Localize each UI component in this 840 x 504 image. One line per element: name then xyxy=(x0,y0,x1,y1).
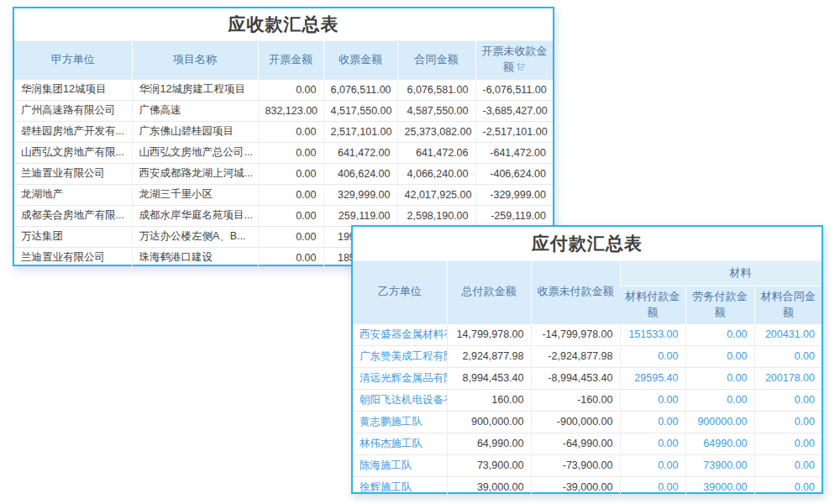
cell[interactable]: 0.00 xyxy=(685,345,754,367)
cell[interactable]: 0.00 xyxy=(754,389,822,411)
cell[interactable]: 64990.00 xyxy=(685,433,754,454)
cell: 华润集团12城项目 xyxy=(14,79,132,100)
cell[interactable]: 0.00 xyxy=(754,476,822,498)
column-header-party-b: 乙方单位 xyxy=(353,261,447,324)
cell: 广州高速路有限公司 xyxy=(14,100,132,121)
cell: -3,685,427.00 xyxy=(475,100,553,121)
column-header-material-payment: 材料付款金额 xyxy=(620,286,685,324)
table-row: 广州高速路有限公司广佛高速832,123.004,517,550.004,587… xyxy=(14,100,553,121)
cell: 2,598,190.00 xyxy=(397,205,475,226)
table-row: 徐辉施工队39,000.00-39,000.000.0039000.000.00 xyxy=(353,476,822,498)
cell: -160.00 xyxy=(531,389,620,411)
cell: 73,900.00 xyxy=(447,454,531,476)
cell[interactable]: 0.00 xyxy=(620,389,685,411)
cell: 龙湖三千里小区 xyxy=(132,184,258,205)
table-row: 陈海施工队73,900.00-73,900.000.0073900.000.00 xyxy=(353,454,822,476)
payable-header-group-row: 乙方单位 总付款金额 收票未付款金额 材料 xyxy=(353,261,822,286)
cell[interactable]: 清远光辉金属品有限 xyxy=(353,367,447,389)
cell: 4,587,550.00 xyxy=(397,100,475,121)
cell: 成都水岸华庭名苑项目... xyxy=(132,205,258,226)
cell: 广东佛山碧桂园项目 xyxy=(132,121,258,142)
cell: 4,517,550.00 xyxy=(323,100,397,121)
table-row: 西安盛器金属材料有14,799,978.00-14,799,978.001515… xyxy=(353,323,822,345)
cell: 2,517,101.00 xyxy=(323,121,397,142)
cell: 山西弘文房地产总公司... xyxy=(132,142,258,163)
cell: 832,123.00 xyxy=(258,100,323,121)
cell: -39,000.00 xyxy=(531,476,620,498)
cell: 碧桂园房地产开发有... xyxy=(14,121,132,142)
table-row: 兰迪置业有限公司西安成都路龙湖上河城...0.00406,624.004,066… xyxy=(14,163,553,184)
cell[interactable]: 0.00 xyxy=(620,454,685,476)
cell[interactable]: 林伟杰施工队 xyxy=(353,433,447,454)
cell: 641,472.00 xyxy=(323,142,397,163)
cell: 山西弘文房地产有限... xyxy=(14,142,132,163)
cell[interactable]: 200178.00 xyxy=(754,367,822,389)
table-row: 华润集团12城项目华润12城房建工程项目0.006,076,511.006,07… xyxy=(14,79,553,100)
cell[interactable]: 151533.00 xyxy=(620,323,685,345)
column-header-material-contract: 材料合同金额 xyxy=(754,286,822,324)
cell[interactable]: 0.00 xyxy=(754,454,822,476)
cell: 兰迪置业有限公司 xyxy=(14,247,132,268)
column-header-invoiced-unpaid-amount: 开票未收款金额 xyxy=(475,41,553,80)
table-row: 朝阳飞达机电设备有160.00-160.000.000.000.00 xyxy=(353,389,822,411)
table-row: 黄志鹏施工队900,000.00-900,000.000.00900000.00… xyxy=(353,411,822,433)
cell[interactable]: 陈海施工队 xyxy=(353,454,447,476)
sort-ascending-icon[interactable] xyxy=(517,60,526,76)
cell: -8,994,453.40 xyxy=(531,367,620,389)
cell: 0.00 xyxy=(258,184,323,205)
cell[interactable]: 黄志鹏施工队 xyxy=(353,411,447,433)
cell: 龙湖地产 xyxy=(14,184,132,205)
cell[interactable]: 39000.00 xyxy=(685,476,754,498)
cell: -64,990.00 xyxy=(531,433,620,454)
cell[interactable]: 29595.40 xyxy=(620,367,685,389)
table-row: 成都美合房地产有限...成都水岸华庭名苑项目...0.00259,119.002… xyxy=(14,205,553,226)
cell[interactable]: 73900.00 xyxy=(685,454,754,476)
table-row: 山西弘文房地产有限...山西弘文房地产总公司...0.00641,472.006… xyxy=(14,142,553,163)
column-header-invoiced-unpaid-label: 开票未收款金额 xyxy=(481,45,547,73)
cell: 39,000.00 xyxy=(447,476,531,498)
cell: 4,066,240.00 xyxy=(397,163,475,184)
cell: -73,900.00 xyxy=(531,454,620,476)
cell: 6,076,581.00 xyxy=(397,79,475,100)
cell[interactable]: 广东赞美成工程有限 xyxy=(353,345,447,367)
cell[interactable]: 200431.00 xyxy=(754,323,822,345)
cell: -6,076,511.00 xyxy=(475,79,553,100)
cell[interactable]: 徐辉施工队 xyxy=(353,476,447,498)
cell[interactable]: 0.00 xyxy=(620,433,685,454)
cell: 0.00 xyxy=(258,226,323,247)
cell: 0.00 xyxy=(258,79,323,100)
cell[interactable]: 0.00 xyxy=(754,345,822,367)
cell: 万达集团 xyxy=(14,226,132,247)
cell: 160.00 xyxy=(447,389,531,411)
cell: 0.00 xyxy=(258,163,323,184)
cell[interactable]: 0.00 xyxy=(685,367,754,389)
cell: 14,799,978.00 xyxy=(447,323,531,345)
cell[interactable]: 朝阳飞达机电设备有 xyxy=(353,389,447,411)
cell[interactable]: 0.00 xyxy=(620,345,685,367)
cell: 42,017,925.00 xyxy=(397,184,475,205)
cell[interactable]: 0.00 xyxy=(685,323,754,345)
cell: 成都美合房地产有限... xyxy=(14,205,132,226)
cell: -329,999.00 xyxy=(475,184,553,205)
cell: 406,624.00 xyxy=(323,163,397,184)
cell[interactable]: 0.00 xyxy=(620,476,685,498)
cell: 华润12城房建工程项目 xyxy=(132,79,258,100)
cell[interactable]: 0.00 xyxy=(754,411,822,433)
cell: -641,472.00 xyxy=(475,142,553,163)
cell[interactable]: 0.00 xyxy=(754,433,822,454)
table-row: 林伟杰施工队64,990.00-64,990.000.0064990.000.0… xyxy=(353,433,822,454)
cell[interactable]: 西安盛器金属材料有 xyxy=(353,323,447,345)
receivable-panel-title: 应收款汇总表 xyxy=(14,8,553,40)
table-row: 广东赞美成工程有限2,924,877.98-2,924,877.980.000.… xyxy=(353,345,822,367)
payable-table-body: 西安盛器金属材料有14,799,978.00-14,799,978.001515… xyxy=(353,323,822,498)
column-header-invoice-unpaid: 收票未付款金额 xyxy=(531,261,620,324)
cell: 8,994,453.40 xyxy=(447,367,531,389)
cell[interactable]: 0.00 xyxy=(620,411,685,433)
payable-summary-panel: 应付款汇总表 乙方单位 总付款金额 收票未付款金额 材料 材料付款金额 劳务付款… xyxy=(351,225,823,494)
cell[interactable]: 0.00 xyxy=(685,389,754,411)
cell: -406,624.00 xyxy=(475,163,553,184)
table-row: 清远光辉金属品有限8,994,453.40-8,994,453.4029595.… xyxy=(353,367,822,389)
cell[interactable]: 900000.00 xyxy=(685,411,754,433)
cell: 0.00 xyxy=(258,205,323,226)
cell: 259,119.00 xyxy=(323,205,397,226)
